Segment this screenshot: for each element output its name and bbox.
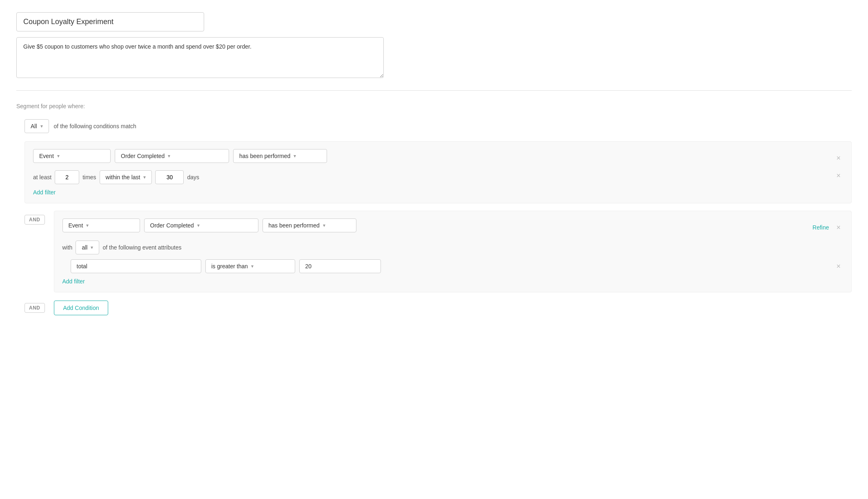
operator-label: is greater than	[211, 263, 248, 270]
condition-2-event-chevron: ▾	[86, 223, 89, 228]
condition-2-event-label: Event	[69, 222, 83, 229]
condition-2-performed-dropdown[interactable]: has been performed ▾	[263, 218, 356, 232]
condition-1-performed-dropdown[interactable]: has been performed ▾	[233, 149, 327, 163]
section-divider	[16, 90, 852, 91]
condition-row-1-main: Event ▾ Order Completed ▾ has been perfo…	[33, 149, 843, 167]
within-last-dropdown[interactable]: within the last ▾	[100, 170, 152, 184]
attribute-value-input[interactable]	[299, 259, 381, 273]
all-dropdown[interactable]: All ▾	[24, 119, 49, 133]
at-least-label: at least	[33, 174, 51, 180]
condition-block-1: Event ▾ Order Completed ▾ has been perfo…	[24, 141, 852, 203]
all-dropdown-label: All	[31, 123, 37, 129]
condition-2-event-name-label: Order Completed	[150, 222, 194, 229]
operator-dropdown[interactable]: is greater than ▾	[205, 259, 295, 273]
condition-2-all-chevron: ▾	[91, 245, 93, 250]
condition-1-event-dropdown[interactable]: Event ▾	[33, 149, 111, 163]
attribute-filter-close-icon[interactable]: ×	[834, 262, 843, 271]
times-label: times	[82, 174, 96, 180]
condition-2-dropdowns: Event ▾ Order Completed ▾ has been perfo…	[62, 218, 813, 232]
condition-2-add-filter[interactable]: Add filter	[62, 278, 85, 285]
condition-1-add-filter[interactable]: Add filter	[33, 189, 56, 196]
and-badge-wrapper-2: AND	[24, 211, 49, 225]
condition-1-dropdowns: Event ▾ Order Completed ▾ has been perfo…	[33, 149, 834, 163]
experiment-title-input[interactable]	[16, 12, 204, 31]
condition-2-performed-chevron: ▾	[323, 223, 325, 228]
condition-1-close-icon[interactable]: ×	[834, 154, 843, 163]
bottom-and-row: AND Add Condition	[24, 301, 852, 315]
condition-1-event-label: Event	[39, 153, 54, 159]
with-label: with	[62, 244, 73, 251]
condition-1-times-close-icon[interactable]: ×	[834, 171, 843, 180]
experiment-description-textarea[interactable]	[16, 37, 384, 78]
of-conditions-text: of the following conditions match	[54, 123, 136, 129]
condition-1-event-name-label: Order Completed	[121, 153, 165, 159]
operator-chevron: ▾	[251, 263, 254, 269]
at-least-row: at least times within the last ▾ days	[33, 170, 199, 184]
condition-1-times-row: at least times within the last ▾ days ×	[33, 167, 843, 184]
attribute-filter-row: is greater than ▾ ×	[62, 259, 844, 273]
condition-block-2-row: AND Event ▾ Order Completed ▾ has been p…	[24, 211, 852, 292]
condition-block-2: Event ▾ Order Completed ▾ has been perfo…	[54, 211, 852, 292]
condition-2-event-name-chevron: ▾	[197, 223, 200, 228]
within-last-label: within the last	[106, 174, 140, 180]
condition-1-event-chevron: ▾	[57, 153, 60, 159]
condition-2-event-name-dropdown[interactable]: Order Completed ▾	[144, 218, 258, 232]
condition-2-close-icon[interactable]: ×	[834, 223, 843, 232]
condition-1-event-name-dropdown[interactable]: Order Completed ▾	[115, 149, 229, 163]
condition-1-event-name-chevron: ▾	[168, 153, 170, 159]
condition-2-event-dropdown[interactable]: Event ▾	[62, 218, 140, 232]
condition-2-performed-label: has been performed	[269, 222, 320, 229]
condition-1-performed-label: has been performed	[239, 153, 290, 159]
of-attributes-text: of the following event attributes	[102, 244, 181, 251]
and-badge-2: AND	[24, 215, 45, 225]
condition-2-all-dropdown[interactable]: all ▾	[76, 241, 99, 254]
segment-label: Segment for people where:	[16, 103, 852, 109]
bottom-and-badge: AND	[24, 303, 45, 313]
add-condition-button[interactable]: Add Condition	[54, 301, 109, 315]
all-dropdown-chevron: ▾	[40, 123, 43, 129]
condition-2-refine-link[interactable]: Refine	[812, 224, 829, 231]
condition-1-performed-chevron: ▾	[294, 153, 296, 159]
condition-2-main-row: Event ▾ Order Completed ▾ has been perfo…	[62, 218, 844, 236]
all-conditions-row: All ▾ of the following conditions match	[24, 119, 852, 133]
at-least-number-input[interactable]	[55, 170, 79, 184]
with-attributes-row: with all ▾ of the following event attrib…	[62, 241, 844, 254]
attribute-name-input[interactable]	[71, 259, 201, 273]
days-number-input[interactable]	[155, 170, 184, 184]
condition-2-all-label: all	[82, 244, 87, 251]
days-label: days	[187, 174, 199, 180]
within-last-chevron: ▾	[143, 174, 146, 180]
